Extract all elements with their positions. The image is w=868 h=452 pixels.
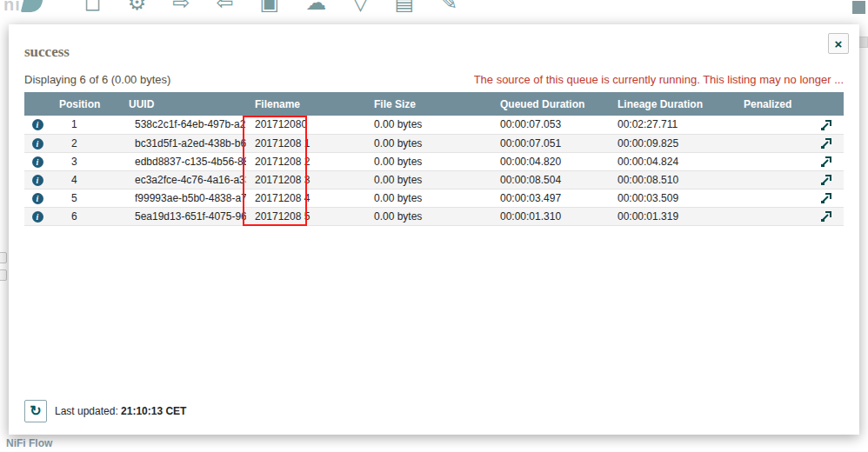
cell-lineage-duration: 00:00:08.510 (609, 170, 735, 189)
cell-position: 4 (50, 170, 120, 189)
cell-provenance (809, 207, 844, 225)
info-icon[interactable]: i (32, 175, 43, 186)
cell-lineage-duration: 00:02:27.711 (609, 116, 735, 134)
cell-queued-duration: 00:00:04.820 (491, 152, 609, 170)
cell-file-size: 0.00 bytes (365, 152, 491, 170)
close-button[interactable]: × (828, 33, 849, 54)
cell-lineage-duration: 00:00:04.824 (609, 152, 735, 170)
cell-info: i (24, 207, 50, 225)
cell-file-size: 0.00 bytes (365, 189, 491, 207)
queue-table: PositionUUIDFilenameFile SizeQueued Dura… (24, 92, 844, 226)
cell-provenance (809, 116, 844, 134)
table-row: i4ec3a2fce-4c76-4a16-a33...20171208 30.0… (24, 170, 844, 189)
cell-position: 5 (50, 189, 120, 207)
cell-uuid: edbd8837-c135-4b56-884... (120, 152, 246, 170)
cell-uuid: f99993ae-b5b0-4838-a7b... (120, 189, 246, 207)
cell-file-size: 0.00 bytes (365, 116, 491, 134)
cell-queued-duration: 00:00:03.497 (491, 189, 609, 207)
cell-uuid: bc31d5f1-a2ed-438b-b61... (120, 134, 246, 152)
queue-table-wrap: PositionUUIDFilenameFile SizeQueued Dura… (24, 92, 844, 226)
column-header[interactable]: File Size (365, 92, 491, 116)
table-row: i1538c2c1f-64eb-497b-a25...2017120800.00… (24, 116, 844, 134)
cell-provenance (809, 152, 844, 170)
column-header[interactable]: Filename (246, 92, 365, 116)
displaying-count: Displaying 6 of 6 (0.00 bytes) (24, 73, 170, 86)
column-header[interactable]: Position (50, 92, 120, 116)
table-row: i5f99993ae-b5b0-4838-a7b...20171208 40.0… (24, 189, 844, 207)
refresh-button[interactable]: ↻ (24, 400, 47, 422)
cell-file-size: 0.00 bytes (365, 134, 491, 152)
info-icon[interactable]: i (32, 119, 43, 130)
cell-filename: 20171208 4 (246, 189, 365, 207)
dialog-footer: ↻ Last updated: 21:10:13 CET (24, 400, 186, 422)
dialog-title: success (24, 43, 844, 61)
cell-position: 1 (50, 116, 120, 134)
provenance-icon[interactable] (820, 119, 832, 131)
cell-info: i (24, 116, 50, 134)
cell-lineage-duration: 00:00:09.825 (609, 134, 735, 152)
queue-listing-dialog: × success Displaying 6 of 6 (0.00 bytes)… (9, 24, 859, 435)
info-icon[interactable]: i (32, 138, 43, 150)
cell-queued-duration: 00:00:08.504 (491, 170, 609, 189)
queue-running-warning: The source of this queue is currently ru… (474, 73, 844, 86)
last-updated-time: 21:10:13 CET (121, 405, 186, 417)
cell-lineage-duration: 00:00:01.319 (609, 207, 735, 225)
cell-queued-duration: 00:00:07.053 (491, 116, 609, 134)
cell-penalized (735, 189, 809, 207)
cell-filename: 20171208 5 (246, 207, 365, 225)
cell-file-size: 0.00 bytes (365, 207, 491, 225)
provenance-icon[interactable] (820, 156, 832, 168)
provenance-icon[interactable] (820, 137, 832, 150)
column-header[interactable]: Queued Duration (491, 92, 609, 116)
cell-filename: 20171208 2 (246, 152, 365, 170)
cell-penalized (735, 207, 809, 225)
listing-subbar: Displaying 6 of 6 (0.00 bytes) The sourc… (24, 73, 844, 86)
column-header[interactable]: Lineage Duration (609, 92, 735, 116)
table-row: i2bc31d5f1-a2ed-438b-b61...20171208 10.0… (24, 134, 844, 152)
cell-uuid: 538c2c1f-64eb-497b-a25... (120, 116, 246, 134)
cell-penalized (735, 116, 809, 134)
cell-lineage-duration: 00:00:03.509 (609, 189, 735, 207)
cell-info: i (24, 152, 50, 170)
provenance-icon[interactable] (820, 174, 832, 186)
cell-info: i (24, 134, 50, 152)
last-updated-label: Last updated: (55, 405, 118, 417)
table-header-row: PositionUUIDFilenameFile SizeQueued Dura… (24, 92, 844, 116)
cell-provenance (809, 134, 844, 152)
cell-uuid: ec3a2fce-4c76-4a16-a33... (120, 170, 246, 189)
cell-position: 2 (50, 134, 120, 152)
cell-provenance (809, 170, 844, 189)
info-icon[interactable]: i (32, 211, 43, 223)
cell-queued-duration: 00:00:01.310 (491, 207, 609, 225)
cell-provenance (809, 189, 844, 207)
column-header[interactable]: Penalized (735, 92, 809, 116)
queue-table-body: i1538c2c1f-64eb-497b-a25...2017120800.00… (24, 116, 844, 225)
column-header[interactable] (24, 92, 50, 116)
cell-position: 3 (50, 152, 120, 170)
cell-info: i (24, 170, 50, 189)
cell-position: 6 (50, 207, 120, 225)
column-header[interactable] (809, 92, 844, 116)
cell-penalized (735, 170, 809, 189)
cell-filename: 20171208 1 (246, 134, 365, 152)
provenance-icon[interactable] (820, 192, 832, 204)
table-row: i3edbd8837-c135-4b56-884...20171208 20.0… (24, 152, 844, 170)
provenance-icon[interactable] (820, 210, 832, 223)
info-icon[interactable]: i (32, 156, 43, 168)
cell-queued-duration: 00:00:07.051 (491, 134, 609, 152)
column-header[interactable]: UUID (120, 92, 246, 116)
refresh-icon: ↻ (30, 404, 41, 418)
table-row: i65ea19d13-651f-4075-961...20171208 50.0… (24, 207, 844, 225)
cell-penalized (735, 134, 809, 152)
cell-file-size: 0.00 bytes (365, 170, 491, 189)
cell-filename: 201712080 (246, 116, 365, 134)
cell-uuid: 5ea19d13-651f-4075-961... (120, 207, 246, 225)
cell-filename: 20171208 3 (246, 170, 365, 189)
last-updated: Last updated: 21:10:13 CET (55, 405, 186, 417)
info-icon[interactable]: i (32, 193, 43, 204)
cell-info: i (24, 189, 50, 207)
cell-penalized (735, 152, 809, 170)
